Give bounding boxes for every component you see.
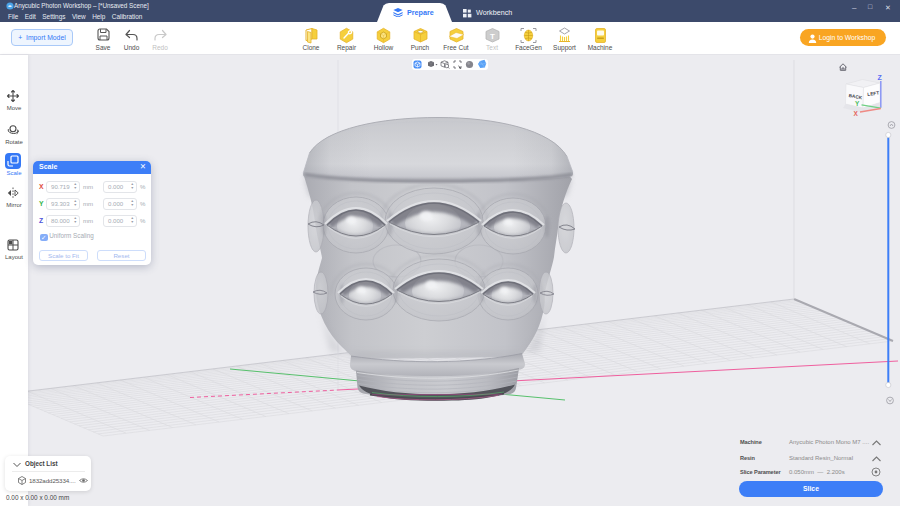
svg-text:X: X (854, 110, 859, 117)
svg-text:T: T (490, 31, 495, 40)
svg-text:Y: Y (855, 100, 860, 107)
svg-text:Z: Z (878, 74, 883, 81)
